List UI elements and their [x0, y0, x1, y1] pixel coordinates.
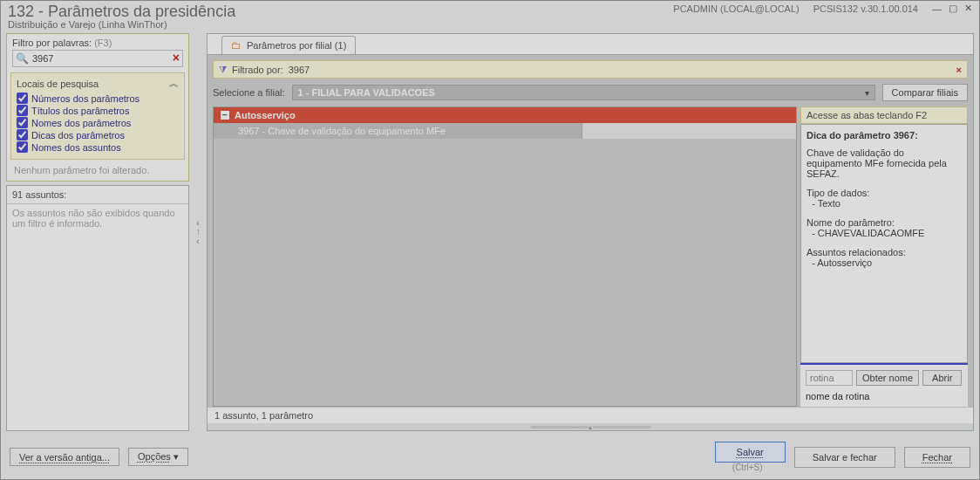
chevron-left-icon: ‹: [196, 218, 199, 228]
locations-header: Locais de pesquisa: [17, 79, 99, 89]
user-label: PCADMIN (LOCAL@LOCAL): [673, 3, 799, 14]
tab-strip: 🗀 Parâmetros por filial (1): [208, 34, 973, 55]
related-value: - Autosserviço: [812, 257, 872, 268]
tree-group-header[interactable]: − Autosserviço: [214, 107, 796, 123]
obter-nome-button[interactable]: Obter nome: [856, 370, 919, 386]
rotina-input[interactable]: [806, 370, 853, 386]
change-status: Nenhum parâmetro foi alterado.: [7, 165, 188, 181]
filter-shortcut: (F3): [94, 38, 112, 48]
filial-selected: 1 - FILIAL PARA VALIDACOES: [298, 87, 435, 98]
search-icon: 🔍: [16, 52, 29, 65]
close-icon[interactable]: ✕: [964, 3, 972, 14]
main-panel: 🗀 Parâmetros por filial (1) ⧩ Filtrado p…: [207, 33, 974, 431]
minimize-icon[interactable]: —: [932, 3, 942, 14]
save-button[interactable]: Salvar: [715, 442, 786, 463]
compare-filiais-button[interactable]: Comparar filiais: [882, 84, 968, 101]
window-title: 132 - Parâmetros da presidência: [8, 3, 235, 21]
funnel-icon: ⧩: [219, 64, 227, 75]
clear-search-icon[interactable]: ×: [173, 51, 180, 65]
filial-select[interactable]: 1 - FILIAL PARA VALIDACOES ▾: [292, 85, 875, 100]
splitter[interactable]: ‹ ‹: [193, 33, 203, 431]
param-row[interactable]: 3967 - Chave de validação do equipamento…: [214, 123, 796, 139]
active-filter-bar: ⧩ Filtrado por: 3967 ×: [213, 60, 968, 79]
chk-dicas[interactable]: Dicas dos parâmetros: [17, 129, 179, 141]
help-panel: Acesse as abas teclando F2 Dica do parâm…: [800, 106, 968, 407]
type-label: Tipo de dados:: [806, 188, 869, 198]
subjects-header: 91 assuntos:: [7, 186, 188, 204]
filter-value: 3967: [289, 65, 310, 75]
chk-numeros[interactable]: Números dos parâmetros: [17, 93, 179, 104]
chk-titulos[interactable]: Títulos dos parâmetros: [17, 105, 179, 116]
search-locations: Locais de pesquisa ︽ Números dos parâmet…: [10, 72, 185, 160]
subjects-panel: 91 assuntos: Os assuntos não são exibido…: [6, 185, 189, 431]
chk-nomes-assuntos[interactable]: Nomes dos assuntos: [17, 141, 179, 153]
folder-icon: 🗀: [231, 39, 242, 51]
save-close-button[interactable]: Salvar e fechar: [794, 447, 895, 468]
filter-prefix: Filtrado por:: [232, 65, 283, 75]
filter-panel: Filtro por palavras: (F3) 🔍 × Locais de …: [6, 33, 189, 182]
title-bar: 132 - Parâmetros da presidência Distribu…: [1, 1, 979, 30]
paramname-value: - CHAVEVALIDACAOMFE: [812, 228, 924, 238]
filial-label: Selecione a filial:: [213, 87, 285, 98]
tab-label: Parâmetros por filial (1): [247, 40, 346, 51]
rotina-box: Obter nome Abrir nome da rotina: [800, 363, 968, 407]
close-button[interactable]: Fechar: [904, 447, 970, 468]
param-label: 3967 - Chave de validação do equipamento…: [214, 123, 582, 139]
count-bar: 1 assunto, 1 parâmetro: [208, 407, 973, 423]
options-button[interactable]: Opções ▾: [128, 448, 188, 466]
help-desc: Chave de validação do equipamento MFe fo…: [806, 147, 962, 179]
subjects-empty: Os assuntos não são exibidos quando um f…: [7, 204, 188, 430]
help-title: Dica do parâmetro 3967:: [806, 130, 962, 141]
search-input[interactable]: [12, 50, 183, 67]
rotina-caption: nome da rotina: [806, 391, 963, 401]
maximize-icon[interactable]: ▢: [949, 3, 957, 14]
related-label: Assuntos relacionados:: [806, 247, 906, 257]
footer-bar: Ver a versão antiga... Opções ▾ Salvar (…: [1, 435, 979, 479]
type-value: - Texto: [812, 198, 840, 209]
build-label: PCSIS132 v.30.1.00.014: [813, 3, 918, 14]
tab-parametros-filial[interactable]: 🗀 Parâmetros por filial (1): [221, 36, 356, 54]
help-hint: Acesse as abas teclando F2: [800, 106, 968, 124]
param-tree[interactable]: − Autosserviço 3967 - Chave de validação…: [213, 106, 797, 407]
clear-filter-icon[interactable]: ×: [956, 65, 962, 75]
group-label: Autosserviço: [235, 110, 296, 120]
paramname-label: Nome do parâmetro:: [806, 217, 895, 228]
filter-label: Filtro por palavras:: [12, 38, 92, 48]
abrir-button[interactable]: Abrir: [922, 370, 962, 386]
old-version-button[interactable]: Ver a versão antiga...: [10, 448, 119, 466]
collapse-toggle-icon[interactable]: −: [221, 111, 229, 120]
param-value-cell[interactable]: [582, 123, 796, 139]
chevron-down-icon: ▾: [865, 88, 869, 98]
collapse-icon[interactable]: ︽: [169, 77, 179, 90]
chk-nomes-param[interactable]: Nomes dos parâmetros: [17, 117, 179, 128]
save-shortcut: (Ctrl+S): [712, 463, 782, 472]
resize-grip[interactable]: ◦◦◦◦◦◦◦◦◦◦◦◦◦◦◦◦◦◦◦◦◦◦◦◦◦◦◦◦◦◦◦◦◦◦◦◦ ▴ ◦…: [208, 423, 973, 430]
chevron-left-icon: ‹: [196, 237, 199, 246]
chevron-down-icon: ▾: [174, 451, 179, 462]
